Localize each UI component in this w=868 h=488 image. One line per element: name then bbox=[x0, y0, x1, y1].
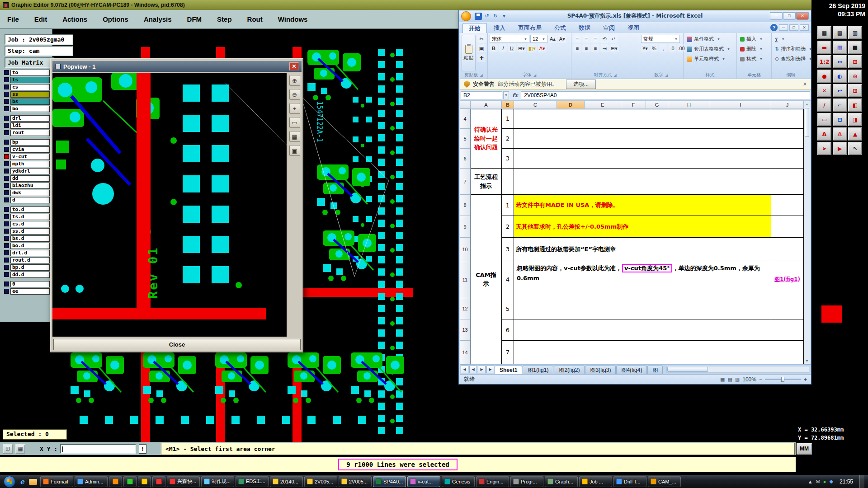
layer-row-cs[interactable]: cs bbox=[4, 84, 50, 90]
layer-row-rout[interactable]: rout bbox=[4, 129, 50, 136]
taskbar-item-foxmail[interactable]: Foxmail bbox=[40, 476, 73, 487]
undo-arrow-tool-button[interactable]: ↩ bbox=[833, 84, 847, 97]
layer-color-swatch[interactable] bbox=[4, 229, 9, 234]
vertical-scrollbar[interactable]: ▲ ▼ bbox=[804, 101, 810, 364]
layer-color-swatch[interactable] bbox=[4, 130, 9, 135]
ribbon-tab-4[interactable]: 公式 bbox=[548, 23, 572, 33]
layer-row-cvia[interactable]: cvia bbox=[4, 146, 50, 153]
layer-row-ldi[interactable]: ldi bbox=[4, 122, 50, 129]
layer-color-swatch[interactable] bbox=[4, 116, 9, 121]
taskbar-item-icon7[interactable]: 制作规... bbox=[201, 476, 234, 487]
layer-row-to[interactable]: to bbox=[4, 69, 50, 76]
menu-options[interactable]: Options bbox=[103, 15, 128, 23]
tray-clock[interactable]: 21:55 bbox=[836, 479, 856, 485]
taskbar-item-icon5[interactable] bbox=[152, 476, 165, 487]
column-header-D[interactable]: D bbox=[557, 101, 585, 109]
snap-toggle-icon[interactable]: ▦ bbox=[15, 444, 25, 454]
cell-content-row6[interactable] bbox=[514, 149, 771, 169]
target-tool-button[interactable]: ⊙ bbox=[848, 70, 862, 83]
cell-b-row5[interactable]: 2 bbox=[502, 129, 514, 149]
row-header-9[interactable]: 9 bbox=[460, 216, 471, 238]
layer-color-swatch[interactable] bbox=[4, 221, 9, 226]
indent-icon[interactable]: ⇥ bbox=[600, 44, 609, 52]
half-box-tool-button[interactable]: ◧ bbox=[848, 99, 862, 112]
layer-row-dd[interactable]: dd bbox=[4, 175, 50, 182]
popview-close-button[interactable]: Close bbox=[53, 339, 301, 350]
arrow-tool-button[interactable]: ➤ bbox=[817, 142, 831, 155]
cell-j-row11[interactable]: 图1(fig1) bbox=[771, 261, 804, 298]
layer-color-swatch[interactable] bbox=[4, 77, 9, 82]
layer-row-bo.d[interactable]: bo.d bbox=[4, 242, 50, 249]
workbook-restore-icon[interactable]: □ bbox=[789, 24, 798, 31]
play-tool-button[interactable]: ▶ bbox=[833, 142, 847, 155]
copy-icon[interactable]: ▣ bbox=[477, 44, 486, 52]
row-header-5[interactable]: 5 bbox=[460, 129, 471, 149]
status-tray-icon[interactable]: ● bbox=[823, 479, 826, 484]
merge-center-icon[interactable]: ⊞▾ bbox=[609, 44, 619, 52]
bold-button[interactable]: B bbox=[490, 44, 498, 52]
underline-button[interactable]: U bbox=[508, 44, 516, 52]
cell-j-row6[interactable] bbox=[771, 149, 804, 169]
comma-icon[interactable]: , bbox=[659, 44, 667, 52]
fit-view-icon[interactable]: ▭ bbox=[289, 117, 300, 128]
layer-row-d[interactable]: d bbox=[4, 197, 50, 203]
calendar-tool-button[interactable]: ▤ bbox=[833, 26, 847, 39]
row-header-12[interactable]: 12 bbox=[460, 298, 471, 319]
row-header-14[interactable]: 14 bbox=[460, 341, 471, 364]
alert-button[interactable]: ! bbox=[139, 444, 146, 454]
security-close-icon[interactable]: ✕ bbox=[803, 81, 807, 87]
layer-color-swatch[interactable] bbox=[4, 84, 9, 89]
cell-cam-label[interactable]: CAM指示 bbox=[471, 195, 502, 364]
workbook-minimize-icon[interactable]: ─ bbox=[779, 24, 788, 31]
cell-j-row8[interactable] bbox=[771, 195, 804, 216]
layer-row-bp[interactable]: bp bbox=[4, 139, 50, 145]
redo-icon[interactable]: ↻ bbox=[492, 13, 499, 20]
office-button[interactable] bbox=[461, 11, 471, 21]
zoom-slider-thumb[interactable] bbox=[781, 377, 784, 382]
layer-color-swatch[interactable] bbox=[4, 207, 9, 212]
layer-color-swatch[interactable] bbox=[4, 265, 9, 270]
clipboard-dialog-launcher[interactable]: ◢ bbox=[480, 73, 482, 77]
layer-row-bp.d[interactable]: bp.d bbox=[4, 264, 50, 271]
menu-actions[interactable]: Actions bbox=[62, 15, 87, 23]
cursor-tool-button[interactable]: ↖ bbox=[848, 142, 862, 155]
sheet-last-button[interactable]: ▶ bbox=[486, 366, 494, 373]
red-line-tool-button[interactable]: ▬ bbox=[817, 41, 831, 54]
menu-rout[interactable]: Rout bbox=[247, 15, 263, 23]
column-header-A[interactable]: A bbox=[471, 101, 502, 109]
array-grid-tool-button[interactable]: ⊞ bbox=[848, 84, 862, 97]
insert-cells-button[interactable]: 插入▼ bbox=[739, 35, 769, 43]
close-button[interactable]: ✕ bbox=[796, 12, 809, 20]
cell-b-row11[interactable]: 4 bbox=[502, 261, 514, 298]
layer-color-swatch[interactable] bbox=[4, 99, 9, 104]
ribbon-tab-6[interactable]: 审阅 bbox=[597, 23, 621, 33]
taskbar-item-engin[interactable]: Engin... bbox=[476, 476, 509, 487]
taskbar-item-2v005[interactable]: 2V005... bbox=[339, 476, 372, 487]
show-desktop-button[interactable] bbox=[859, 475, 864, 488]
scale-1-2-tool-button[interactable]: 1:2 bbox=[817, 55, 831, 68]
layer-color-swatch[interactable] bbox=[4, 161, 9, 166]
cut-icon[interactable]: ✂ bbox=[477, 35, 486, 43]
ribbon-tab-5[interactable]: 数据 bbox=[573, 23, 596, 33]
layer-color-swatch[interactable] bbox=[4, 92, 9, 97]
number-dialog-launcher[interactable]: ◢ bbox=[665, 73, 668, 77]
text-a-outline-tool-button[interactable]: A bbox=[833, 127, 847, 141]
cell-content-row9[interactable]: 无其他要求时，孔公差按+/-0.05mm制作 bbox=[514, 216, 771, 238]
taskbar-item-genesis[interactable]: Genesis bbox=[442, 476, 475, 487]
units-button[interactable]: MM bbox=[797, 443, 812, 455]
page-layout-view-icon[interactable]: ▤ bbox=[727, 376, 732, 382]
cell-j-row14[interactable] bbox=[771, 341, 804, 364]
fig1-link[interactable]: 图1(fig1) bbox=[774, 276, 800, 283]
scroll-down-icon[interactable]: ▼ bbox=[806, 358, 809, 364]
italic-button[interactable]: I bbox=[499, 44, 507, 52]
layer-color-swatch[interactable] bbox=[4, 140, 9, 145]
cell-b-row9[interactable]: 2 bbox=[502, 216, 514, 238]
cell-b-row6[interactable]: 3 bbox=[502, 149, 514, 169]
layer-row-to.d[interactable]: to.d bbox=[4, 206, 50, 213]
grid-view-icon[interactable]: ▦ bbox=[289, 131, 300, 142]
layer-color-swatch[interactable] bbox=[4, 190, 9, 195]
layer-row-ydkdrl[interactable]: ydkdrl bbox=[4, 168, 50, 174]
layer-color-swatch[interactable] bbox=[4, 176, 9, 181]
borders-button[interactable]: ⊞▾ bbox=[517, 44, 526, 52]
cell-content-row4[interactable] bbox=[514, 109, 771, 129]
